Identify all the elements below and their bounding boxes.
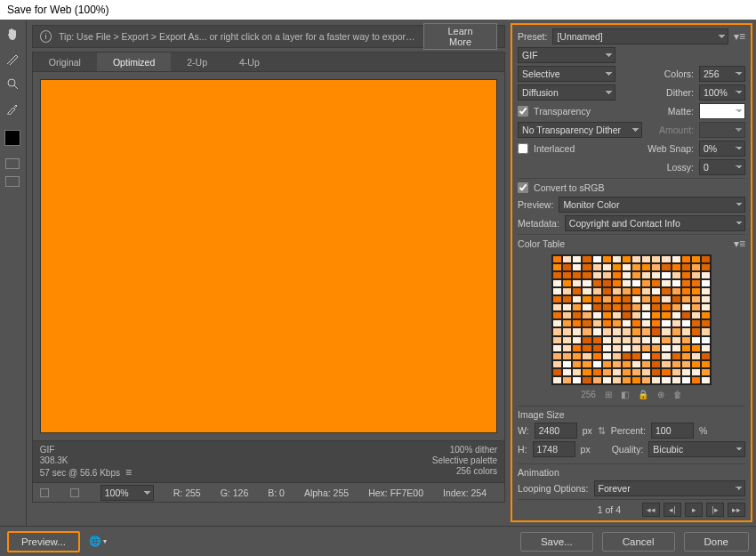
readout-bar: 100% R: 255 G: 126 B: 0 Alpha: 255 Hex: … bbox=[32, 483, 505, 503]
cancel-button[interactable]: Cancel bbox=[602, 532, 675, 552]
play-button[interactable]: ▸ bbox=[685, 503, 703, 517]
settings-panel: Preset: [Unnamed] ▾≡ GIF Selective Color… bbox=[511, 23, 752, 522]
eyedropper-tool-icon[interactable] bbox=[4, 100, 21, 117]
readout-index: Index: 254 bbox=[443, 488, 487, 498]
transparency-label: Transparency bbox=[534, 106, 591, 117]
websnap-select[interactable]: 0% bbox=[699, 141, 745, 157]
image-preview[interactable] bbox=[40, 79, 497, 433]
trans-dither-select[interactable]: No Transparency Dither bbox=[518, 122, 642, 138]
preview-select[interactable]: Monitor Color bbox=[559, 197, 745, 213]
srgb-label: Convert to sRGB bbox=[534, 182, 604, 193]
readout-g: G: 126 bbox=[221, 488, 249, 498]
optimized-toggle-icon[interactable] bbox=[70, 488, 79, 497]
hand-tool-icon[interactable] bbox=[4, 25, 21, 43]
matte-select[interactable] bbox=[699, 103, 745, 119]
ct-map-icon[interactable]: ⊞ bbox=[605, 390, 612, 399]
preview-button[interactable]: Preview... bbox=[7, 531, 80, 552]
slice-visibility-icon-2[interactable] bbox=[5, 176, 20, 187]
info-time: 57 sec @ 56.6 Kbps bbox=[40, 468, 120, 478]
save-button[interactable]: Save... bbox=[520, 532, 593, 552]
looping-label: Looping Options: bbox=[518, 483, 588, 494]
metadata-select[interactable]: Copyright and Contact Info bbox=[565, 215, 745, 231]
ct-count: 256 bbox=[581, 390, 596, 399]
percent-label: Percent: bbox=[611, 425, 646, 436]
ct-trash-icon[interactable]: 🗑 bbox=[673, 390, 682, 399]
time-menu-icon[interactable]: ≡ bbox=[125, 466, 132, 479]
animation-label: Animation bbox=[518, 463, 745, 478]
tab-optimized[interactable]: Optimized bbox=[97, 52, 171, 71]
dither-label: Dither: bbox=[666, 87, 694, 98]
h-label: H: bbox=[518, 444, 527, 455]
info-dither: 100% dither bbox=[432, 445, 497, 455]
lossy-label: Lossy: bbox=[667, 162, 694, 173]
ct-shift-icon[interactable]: ◧ bbox=[621, 390, 629, 399]
px-label-2: px bbox=[581, 444, 591, 455]
zoom-select[interactable]: 100% bbox=[101, 485, 154, 501]
quality-label: Quality: bbox=[612, 444, 644, 455]
info-size: 308.3K bbox=[40, 455, 132, 465]
colors-label: Colors: bbox=[664, 68, 694, 79]
ct-lock-icon[interactable]: 🔒 bbox=[638, 390, 648, 399]
eyedropper-color-swatch[interactable] bbox=[4, 130, 20, 146]
reduction-select[interactable]: Selective bbox=[518, 66, 615, 82]
preset-menu-icon[interactable]: ▾≡ bbox=[734, 30, 745, 43]
tip-text: Tip: Use File > Export > Export As... or… bbox=[59, 31, 416, 42]
dither-method-select[interactable]: Diffusion bbox=[518, 85, 615, 101]
readout-r: R: 255 bbox=[173, 488, 201, 498]
next-frame-button[interactable]: |▸ bbox=[706, 503, 724, 517]
preview-label: Preview: bbox=[518, 199, 553, 210]
svg-point-0 bbox=[8, 79, 15, 86]
metadata-label: Metadata: bbox=[518, 218, 559, 229]
width-input[interactable] bbox=[535, 423, 577, 439]
percent-input[interactable] bbox=[651, 423, 694, 439]
svg-line-1 bbox=[14, 85, 18, 89]
browser-icon[interactable]: 🌐▾ bbox=[89, 536, 107, 547]
prev-frame-button[interactable]: ◂| bbox=[664, 503, 681, 517]
preset-label: Preset: bbox=[518, 31, 547, 42]
px-label-1: px bbox=[583, 425, 592, 436]
learn-more-button[interactable]: Learn More bbox=[423, 23, 497, 50]
done-button[interactable]: Done bbox=[684, 532, 750, 552]
zoom-tool-icon[interactable] bbox=[4, 75, 21, 93]
readout-alpha: Alpha: 255 bbox=[304, 488, 349, 498]
color-table[interactable] bbox=[551, 254, 712, 385]
tab-2up[interactable]: 2-Up bbox=[171, 52, 223, 71]
readout-hex: Hex: FF7E00 bbox=[368, 488, 423, 498]
link-icon[interactable]: ⇅ bbox=[598, 425, 606, 437]
percent-unit: % bbox=[699, 425, 707, 436]
info-format: GIF bbox=[40, 445, 132, 455]
tab-original[interactable]: Original bbox=[33, 52, 97, 71]
readout-b: B: 0 bbox=[268, 488, 285, 498]
frame-indicator: 1 of 4 bbox=[598, 504, 621, 515]
last-frame-button[interactable]: ▸▸ bbox=[728, 503, 745, 517]
lossy-select[interactable]: 0 bbox=[699, 159, 745, 175]
quality-select[interactable]: Bicubic bbox=[648, 441, 745, 457]
dither-select[interactable]: 100% bbox=[699, 85, 745, 101]
original-toggle-icon[interactable] bbox=[40, 488, 49, 497]
color-table-menu-icon[interactable]: ▾≡ bbox=[734, 238, 745, 250]
left-toolbar bbox=[0, 20, 27, 556]
ct-new-icon[interactable]: ⊕ bbox=[657, 390, 664, 399]
info-icon: i bbox=[40, 30, 52, 43]
srgb-checkbox[interactable] bbox=[518, 182, 528, 193]
format-select[interactable]: GIF bbox=[518, 47, 615, 63]
bottom-bar: Preview... 🌐▾ Save... Cancel Done bbox=[0, 526, 756, 556]
tab-4up[interactable]: 4-Up bbox=[223, 52, 276, 71]
amount-label: Amount: bbox=[659, 125, 694, 135]
interlaced-label: Interlaced bbox=[534, 143, 575, 154]
first-frame-button[interactable]: ◂◂ bbox=[642, 503, 660, 517]
w-label: W: bbox=[518, 425, 529, 436]
interlaced-checkbox[interactable] bbox=[518, 143, 528, 154]
slice-tool-icon[interactable] bbox=[4, 50, 21, 68]
slice-visibility-icon[interactable] bbox=[5, 158, 20, 169]
transparency-checkbox[interactable] bbox=[518, 106, 528, 117]
window-title: Save for Web (100%) bbox=[0, 0, 756, 20]
color-table-label: Color Table bbox=[518, 238, 565, 249]
image-size-label: Image Size bbox=[518, 406, 745, 420]
colors-select[interactable]: 256 bbox=[699, 66, 745, 82]
websnap-label: Web Snap: bbox=[647, 143, 694, 154]
looping-select[interactable]: Forever bbox=[594, 480, 745, 496]
height-input[interactable] bbox=[533, 441, 575, 457]
preset-select[interactable]: [Unnamed] bbox=[552, 28, 728, 44]
matte-label: Matte: bbox=[668, 106, 694, 117]
